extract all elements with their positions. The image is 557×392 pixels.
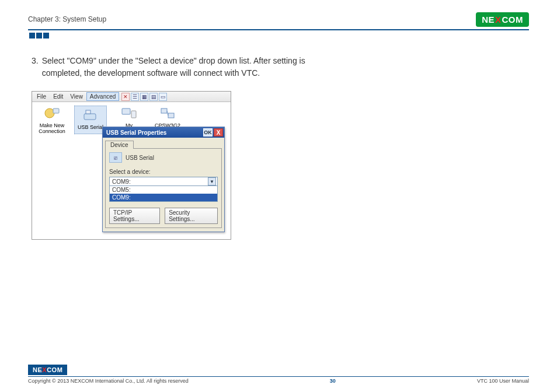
svg-rect-6 xyxy=(161,108,167,113)
svg-rect-1 xyxy=(53,108,59,113)
menu-advanced[interactable]: Advanced xyxy=(86,92,119,101)
usb-serial-properties-dialog: USB Serial Properties OK X Device ⎚ USB … xyxy=(102,127,225,232)
make-new-connection-item[interactable]: Make New Connection xyxy=(36,106,68,134)
option-com9[interactable]: COM9: xyxy=(110,194,217,201)
svg-rect-4 xyxy=(122,108,130,114)
dialog-close-button[interactable]: X xyxy=(214,128,223,136)
step-text: Select "COM9" under the "Select a device… xyxy=(42,55,346,79)
toolbar-small-icons-icon[interactable]: ▤ xyxy=(149,93,158,101)
globe-connection-icon xyxy=(43,106,61,121)
step-number: 3. xyxy=(32,55,39,79)
copyright-text: Copyright © 2013 NEXCOM International Co… xyxy=(28,378,189,384)
toolbar-details-icon[interactable]: ▭ xyxy=(159,93,167,101)
device-options-list: COM5: COM9: xyxy=(109,186,218,202)
security-settings-button[interactable]: Security Settings... xyxy=(165,208,218,224)
menu-view[interactable]: View xyxy=(67,92,86,101)
tcpip-settings-button[interactable]: TCP/IP Settings... xyxy=(109,208,160,224)
toolbar-delete-icon[interactable]: ✕ xyxy=(121,93,130,101)
instruction-step: 3. Select "COM9" under the "Select a dev… xyxy=(32,55,529,79)
footer-logo-part-2: COM xyxy=(47,366,62,373)
modem-icon xyxy=(81,107,100,123)
toolbar-large-icons-icon[interactable]: ▦ xyxy=(140,93,148,101)
svg-rect-5 xyxy=(131,111,136,118)
nexcom-logo: NEXCOM xyxy=(476,12,529,27)
footer-logo-part-x: X xyxy=(42,366,47,373)
manual-name: VTC 100 User Manual xyxy=(477,378,529,384)
combobox-value: COM9: xyxy=(112,178,131,185)
menubar: File Edit View Advanced ✕ ☰ ▦ ▤ ▭ xyxy=(32,92,231,102)
embedded-screenshot: File Edit View Advanced ✕ ☰ ▦ ▤ ▭ Make N… xyxy=(32,91,231,240)
network-icon xyxy=(158,106,177,121)
toolbar-icons: ✕ ☰ ▦ ▤ ▭ xyxy=(121,93,167,101)
dialog-ok-button[interactable]: OK xyxy=(203,128,213,136)
logo-part-1: NE xyxy=(482,15,495,24)
svg-rect-2 xyxy=(84,114,96,120)
header-divider xyxy=(28,29,529,30)
device-panel: ⎚ USB Serial Select a device: COM9: ▼ CO… xyxy=(105,148,222,228)
chevron-down-icon[interactable]: ▼ xyxy=(208,177,216,186)
footer-divider xyxy=(28,376,529,377)
svg-rect-7 xyxy=(168,113,174,118)
decorative-squares xyxy=(29,33,529,38)
icon-label: USB Serial xyxy=(76,124,105,130)
menu-file[interactable]: File xyxy=(33,92,50,101)
svg-rect-3 xyxy=(86,110,90,114)
monitor-phone-icon xyxy=(120,106,138,121)
chapter-title: Chapter 3: System Setup xyxy=(28,15,106,23)
footer-logo-part-1: NE xyxy=(33,366,42,373)
footer-nexcom-logo: NEXCOM xyxy=(28,365,67,375)
menu-edit[interactable]: Edit xyxy=(50,92,67,101)
dialog-title: USB Serial Properties xyxy=(106,130,166,136)
device-icon: ⎚ xyxy=(109,152,122,163)
logo-part-2: COM xyxy=(502,15,524,24)
dialog-titlebar: USB Serial Properties OK X xyxy=(103,127,224,138)
select-device-label: Select a device: xyxy=(109,169,218,175)
page-number: 30 xyxy=(330,378,336,384)
toolbar-properties-icon[interactable]: ☰ xyxy=(131,93,139,101)
device-tab[interactable]: Device xyxy=(105,141,134,149)
option-com5[interactable]: COM5: xyxy=(110,186,217,194)
device-name: USB Serial xyxy=(126,155,154,161)
icon-label: Make New Connection xyxy=(36,123,68,134)
logo-part-x: X xyxy=(495,15,502,24)
select-device-combobox[interactable]: COM9: ▼ xyxy=(109,177,218,186)
